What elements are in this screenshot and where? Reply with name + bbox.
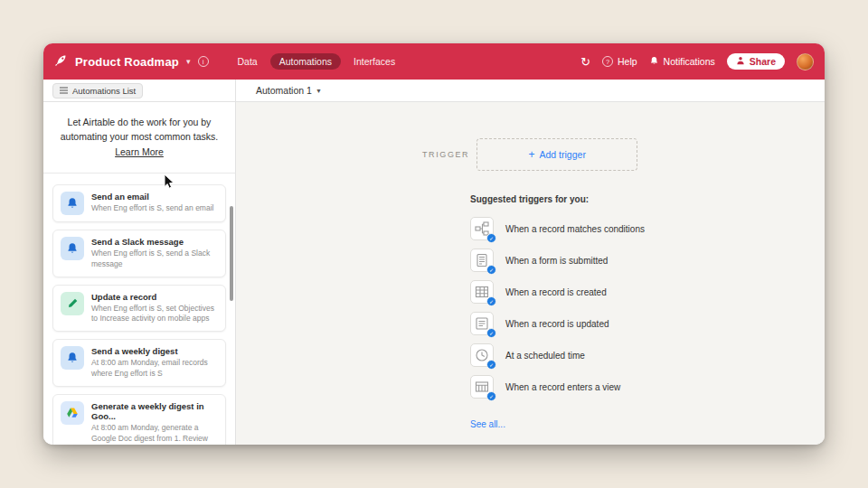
automations-list-button[interactable]: Automations List xyxy=(52,83,143,99)
card-desc: When Eng effort is S, send a Slack messa… xyxy=(91,249,218,270)
toolbar-right: Automation 1 ▼ xyxy=(236,80,825,101)
trigger-option-record-updated[interactable]: ✓ When a record is updated xyxy=(470,312,645,335)
help-button[interactable]: ? Help xyxy=(602,56,637,67)
toolbar-left: Automations List xyxy=(43,80,236,101)
bell-icon xyxy=(61,346,84,370)
rocket-icon xyxy=(54,53,68,70)
tab-data[interactable]: Data xyxy=(229,53,267,70)
automations-list-label: Automations List xyxy=(72,86,136,96)
notifications-label: Notifications xyxy=(664,56,715,67)
automations-sidebar: Let Airtable do the work for you by auto… xyxy=(43,102,236,445)
suggestion-card-update-record[interactable]: Update a record When Eng effort is S, se… xyxy=(52,285,226,333)
sidebar-intro: Let Airtable do the work for you by auto… xyxy=(60,115,219,159)
check-badge: ✓ xyxy=(486,360,496,370)
record-icon: ✓ xyxy=(470,312,494,335)
trigger-option-record-created[interactable]: ✓ When a record is created xyxy=(470,280,645,304)
card-title: Generate a weekly digest in Goo... xyxy=(91,401,218,421)
check-badge: ✓ xyxy=(486,233,496,243)
trigger-area: TRIGGER + Add trigger xyxy=(422,138,637,171)
trigger-option-scheduled-time[interactable]: ✓ At a scheduled time xyxy=(470,343,645,367)
share-button[interactable]: Share xyxy=(727,53,785,70)
tab-interfaces[interactable]: Interfaces xyxy=(344,53,404,70)
check-badge: ✓ xyxy=(486,328,496,338)
info-icon[interactable]: i xyxy=(198,56,209,67)
header-actions: ↺ ? Help Notifications xyxy=(580,53,814,70)
card-desc: At 8:00 am Monday, generate a Google Doc… xyxy=(91,423,218,445)
trigger-option-label: When a form is submitted xyxy=(505,256,608,266)
hamburger-icon xyxy=(60,86,68,96)
trigger-option-label: When a record is updated xyxy=(505,319,609,329)
trigger-option-label: When a record is created xyxy=(505,287,607,297)
help-label: Help xyxy=(618,56,637,67)
suggestion-card-google-digest[interactable]: Generate a weekly digest in Goo... At 8:… xyxy=(52,394,226,445)
see-all-link[interactable]: See all... xyxy=(470,419,505,429)
check-badge: ✓ xyxy=(486,296,496,306)
suggested-heading: Suggested triggers for you: xyxy=(470,194,645,204)
app-header: Product Roadmap ▾ i Data Automations Int… xyxy=(43,43,825,80)
trigger-option-label: When a record enters a view xyxy=(505,382,620,392)
content-area: Let Airtable do the work for you by auto… xyxy=(43,102,825,445)
suggestion-card-weekly-digest[interactable]: Send a weekly digest At 8:00 am Monday, … xyxy=(52,339,226,387)
intro-text: Let Airtable do the work for you by auto… xyxy=(61,117,219,142)
notifications-button[interactable]: Notifications xyxy=(649,56,715,68)
card-title: Update a record xyxy=(91,292,218,302)
chevron-down-icon[interactable]: ▾ xyxy=(186,57,191,66)
card-desc: When Eng effort is S, set Objectives to … xyxy=(91,304,218,325)
conditions-icon: ✓ xyxy=(470,217,494,240)
avatar[interactable] xyxy=(797,53,814,70)
plus-icon: + xyxy=(529,149,535,160)
view-tabs: Data Automations Interfaces xyxy=(229,53,405,70)
share-label: Share xyxy=(750,56,776,67)
suggestion-card-send-email[interactable]: Send an email When Eng effort is S, send… xyxy=(52,184,226,222)
check-badge: ✓ xyxy=(486,391,496,401)
suggestion-card-slack-message[interactable]: Send a Slack message When Eng effort is … xyxy=(52,230,226,277)
airtable-window: Product Roadmap ▾ i Data Automations Int… xyxy=(43,43,825,445)
automation-canvas: TRIGGER + Add trigger Suggested triggers… xyxy=(236,102,825,445)
bell-icon xyxy=(61,192,84,215)
trigger-section-label: TRIGGER xyxy=(422,150,469,159)
clock-icon: ✓ xyxy=(470,343,494,367)
tab-automations[interactable]: Automations xyxy=(270,53,341,70)
trigger-option-form-submitted[interactable]: ✓ When a form is submitted xyxy=(470,249,645,272)
trigger-option-label: At a scheduled time xyxy=(505,351,585,361)
trigger-option-enters-view[interactable]: ✓ When a record enters a view xyxy=(470,375,645,399)
view-icon: ✓ xyxy=(470,375,494,399)
trigger-option-label: When a record matches conditions xyxy=(505,224,645,234)
card-title: Send a Slack message xyxy=(91,237,218,247)
automation-toolbar: Automations List Automation 1 ▼ xyxy=(43,80,825,102)
suggested-triggers: Suggested triggers for you: ✓ When a rec… xyxy=(470,194,645,431)
bell-icon xyxy=(61,237,84,260)
form-icon: ✓ xyxy=(470,249,494,272)
history-icon[interactable]: ↺ xyxy=(580,56,590,68)
person-icon xyxy=(736,56,745,67)
question-icon: ? xyxy=(602,56,613,67)
trigger-option-matches-conditions[interactable]: ✓ When a record matches conditions xyxy=(470,217,645,240)
add-trigger-label: Add trigger xyxy=(540,149,586,160)
card-title: Send an email xyxy=(91,192,213,202)
add-trigger-button[interactable]: + Add trigger xyxy=(476,138,637,171)
automation-name[interactable]: Automation 1 xyxy=(256,85,312,96)
page-title: Product Roadmap xyxy=(75,55,179,69)
drive-icon xyxy=(61,401,84,425)
card-desc: When Eng effort is S, send an email xyxy=(91,203,213,214)
sidebar-scrollbar[interactable] xyxy=(230,206,233,301)
card-title: Send a weekly digest xyxy=(91,346,218,356)
card-desc: At 8:00 am Monday, email records where E… xyxy=(91,358,218,380)
pencil-icon xyxy=(61,292,84,315)
check-badge: ✓ xyxy=(486,265,496,275)
chevron-down-icon[interactable]: ▼ xyxy=(316,88,322,94)
bell-icon xyxy=(649,56,659,68)
divider xyxy=(43,173,235,174)
grid-icon: ✓ xyxy=(470,280,494,304)
learn-more-link[interactable]: Learn More xyxy=(115,146,164,157)
